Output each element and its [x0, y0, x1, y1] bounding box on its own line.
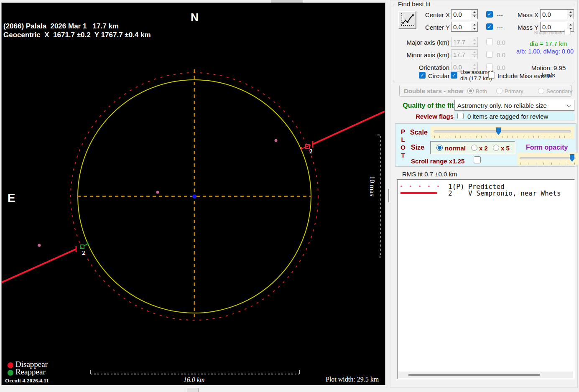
chord-solid-line-icon [400, 192, 448, 194]
mas-scale-label: 10 mas [368, 176, 376, 196]
plot-vertical-label: P L O T [400, 127, 406, 159]
disappear-dot-icon [8, 362, 13, 368]
predicted-dot [38, 244, 41, 247]
minor-axis-spinner [471, 50, 477, 59]
chord-legend-list[interactable]: 1(P) Predicted 2 V Sempronio, near Whets [397, 179, 575, 379]
minor-axis-label: Minor axis (km) [393, 51, 449, 59]
find-best-fit-label: Find best fit [397, 0, 432, 8]
center-y-dash-label: --- [497, 24, 503, 31]
predicted-dotted-line-icon [400, 186, 448, 187]
center-x-dash-label: --- [497, 11, 503, 18]
major-axis-input: 17.7 [451, 37, 478, 47]
size-radio-group: normal x 2 x 5 [430, 141, 515, 154]
occultation-plot[interactable]: (2066) Palala 2026 Mar 1 17.7 km Geocent… [1, 3, 385, 385]
double-stars-secondary-radio[interactable] [538, 88, 544, 94]
plot-title-line2: Geocentric X 1671.7 ±0.2 Y 1767.7 ±0.4 k… [3, 31, 151, 39]
center-y-label: Center Y [402, 24, 450, 31]
mass-x-spinner[interactable] [567, 10, 574, 19]
major-axis-checkbox[interactable] [486, 38, 493, 45]
center-y-spinner[interactable] [471, 22, 477, 31]
km-scale-label: 16.0 km [161, 376, 227, 384]
major-axis-spinner [471, 37, 477, 46]
find-best-fit-group: Find best fit Center X 0.0 ✓ --- Mass X … [393, 4, 575, 82]
center-y-input[interactable]: 0.0 [451, 22, 478, 32]
bottom-scrollbar-remnant[interactable] [187, 388, 199, 392]
plot-title-line1: (2066) Palala 2026 Mar 1 17.7 km [3, 22, 119, 31]
include-miss-checkbox[interactable] [488, 72, 495, 79]
chord-2-label-reappear: 2 [82, 249, 85, 257]
double-stars-label: Double stars - show [404, 87, 464, 94]
size-x2-label: x 2 [479, 145, 488, 152]
rms-fit-label: RMS fit 0.7 ±0.0 km [402, 171, 457, 178]
size-x2-radio[interactable] [471, 145, 477, 151]
top-scrollbar-remnant[interactable] [271, 0, 303, 3]
form-opacity-slider-thumb[interactable] [570, 154, 574, 162]
center-y-value[interactable]: 0.0 [451, 22, 471, 31]
minor-axis-input: 17.7 [451, 49, 478, 59]
north-label: N [191, 11, 199, 24]
center-y-checkbox[interactable]: ✓ [486, 23, 493, 30]
scale-slider[interactable] [430, 126, 574, 138]
chord-2-label-disappear: 2 [309, 148, 313, 155]
legend-scrollbar-thumb[interactable] [408, 374, 540, 376]
review-flags-text: 0 items are tagged for review [467, 113, 548, 120]
double-stars-primary-radio[interactable] [496, 88, 502, 94]
scale-label: Scale [410, 129, 428, 136]
legend-row-chord-2[interactable]: 2 V Sempronio, near Whets [400, 190, 573, 196]
chord-2-segment-east[interactable] [313, 111, 385, 144]
version-label: Occult 4.2026.4.11 [5, 377, 49, 384]
form-opacity-slider-track[interactable] [520, 157, 576, 159]
scale-slider-track[interactable] [434, 130, 571, 132]
quality-of-fit-label: Quality of the fit [397, 102, 454, 109]
ab-dmag-text: a/b: 1.00, dMag: 0.00 [516, 48, 574, 55]
mass-x-input[interactable]: 0.0 [540, 9, 574, 19]
legend-horizontal-scrollbar[interactable] [398, 372, 573, 378]
major-axis-aux-label: 0.0 [497, 39, 505, 46]
form-opacity-slider-ticks [520, 163, 575, 165]
predicted-dot [275, 139, 278, 142]
mass-x-value[interactable]: 0.0 [541, 10, 567, 19]
scroll-range-checkbox[interactable] [474, 156, 481, 163]
orientation-label: Orientation [393, 64, 449, 71]
minor-axis-aux-label: 0.0 [497, 51, 505, 59]
chord-2-segment-west[interactable] [2, 249, 76, 283]
mas-scale-bracket [377, 135, 381, 257]
east-label: E [8, 191, 15, 205]
center-x-value[interactable]: 0.0 [451, 10, 471, 19]
legend-row-name: V Sempronio, near Whets [468, 189, 573, 197]
double-stars-both-label: Both [476, 88, 487, 94]
double-stars-primary-label: Primary [505, 88, 523, 94]
size-x5-radio[interactable] [493, 145, 499, 151]
plot-canvas [2, 3, 385, 384]
size-x5-label: x 5 [501, 145, 510, 152]
dia-text: dia = 17.7 km [525, 40, 572, 47]
minor-axis-checkbox[interactable] [486, 51, 493, 58]
center-x-checkbox[interactable]: ✓ [486, 11, 493, 18]
major-axis-value: 17.7 [451, 37, 471, 46]
form-opacity-slider[interactable] [517, 153, 578, 165]
quality-of-fit-dropdown[interactable]: Astrometry only. No reliable size [454, 100, 574, 111]
legend-row-number: 2 [448, 189, 468, 197]
shape-model-checkbox[interactable] [564, 29, 571, 35]
splitter-handle[interactable] [388, 189, 389, 202]
size-label: Size [411, 144, 424, 151]
legend-reappear-label: Reappear [15, 367, 46, 377]
use-assumed-dia-checkbox[interactable]: ✓ [451, 72, 457, 79]
use-assumed-label-line2: dia (17.7 km) [460, 75, 492, 81]
double-stars-group: Double stars - show Both Primary Seconda… [399, 85, 571, 97]
include-miss-label: Include Miss events [497, 72, 553, 79]
plot-width-label: Plot width: 29.5 km [326, 376, 379, 383]
review-flags-checkbox[interactable] [457, 113, 464, 119]
minor-axis-value: 17.7 [451, 50, 471, 59]
center-x-spinner[interactable] [471, 10, 477, 19]
size-normal-radio[interactable] [436, 145, 443, 151]
double-stars-both-radio[interactable] [467, 88, 474, 94]
major-axis-label: Major axis (km) [393, 39, 449, 46]
reappear-dot-icon [8, 370, 13, 376]
circular-checkbox[interactable]: ✓ [419, 72, 426, 79]
scroll-range-label: Scroll range x1.25 [411, 158, 464, 165]
scale-slider-thumb[interactable] [496, 127, 501, 135]
center-dot [192, 194, 196, 199]
orientation-aux-label: 0.0 [497, 64, 505, 71]
center-x-input[interactable]: 0.0 [451, 9, 478, 19]
